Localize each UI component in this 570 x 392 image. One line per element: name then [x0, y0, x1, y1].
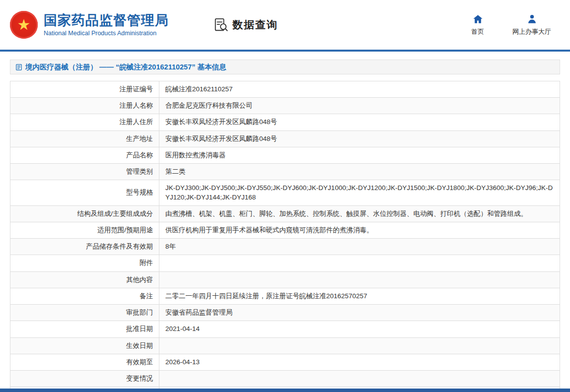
- person-icon: [527, 14, 537, 27]
- row-value: 供医疗机构用于重复用手术器械和硬式内窥镜可清洗部件的煮沸消毒。: [159, 222, 560, 238]
- row-label: 生产地址: [10, 131, 159, 147]
- footer-bar: [0, 389, 570, 392]
- row-label: 管理类别: [10, 164, 159, 180]
- row-value: 安徽省药品监督管理局: [159, 305, 560, 321]
- row-value: 安徽长丰双凤经济开发区凤麟路048号: [159, 114, 560, 131]
- row-label: 注册人名称: [10, 98, 159, 114]
- row-label: 注册证编号: [10, 81, 159, 98]
- table-row: 注册人住所安徽长丰双凤经济开发区凤麟路048号: [10, 114, 560, 131]
- row-label: 结构及组成/主要组成成分: [10, 205, 159, 222]
- row-label: 变更情况: [10, 370, 159, 387]
- emblem-star-glyph: ★: [17, 17, 31, 32]
- row-value: 皖械注准20162110257: [159, 81, 560, 98]
- row-value: 二零二一年四月十四日延续注册，原注册证号皖械注准20162570257: [159, 288, 560, 304]
- row-value: 8年: [159, 239, 560, 255]
- table-row: 生产地址安徽长丰双凤经济开发区凤麟路048号: [10, 131, 560, 147]
- page-title: 境内医疗器械（注册） —— “皖械注准20162110257” 基本信息: [25, 63, 226, 72]
- row-value: [159, 255, 560, 271]
- table-row: 附件: [10, 255, 560, 271]
- table-row: 适用范围/预期用途供医疗机构用于重复用手术器械和硬式内窥镜可清洗部件的煮沸消毒。: [10, 222, 560, 238]
- table-row: 管理类别第二类: [10, 164, 560, 180]
- data-query-label: 数据查询: [232, 18, 278, 32]
- row-label: 产品储存条件及有效期: [10, 239, 159, 255]
- registration-info-table: 注册证编号皖械注准20162110257注册人名称合肥金尼克医疗科技有限公司注册…: [10, 81, 560, 392]
- row-label: 产品名称: [10, 147, 159, 163]
- table-row: 注册人名称合肥金尼克医疗科技有限公司: [10, 98, 560, 114]
- logo-text: 国家药品监督管理局 National Medical Products Admi…: [44, 13, 169, 37]
- info-table-body: 注册证编号皖械注准20162110257注册人名称合肥金尼克医疗科技有限公司注册…: [10, 81, 560, 392]
- breadcrumb: 境内医疗器械（注册） —— “皖械注准20162110257” 基本信息: [10, 60, 560, 74]
- row-value: [159, 370, 560, 387]
- table-row: 结构及组成/主要组成成分由煮沸槽、机架、机盖、柜门、脚轮、加热系统、控制系统、触…: [10, 205, 560, 222]
- data-query-section[interactable]: 数据查询: [214, 17, 278, 32]
- table-row: 备注二零二一年四月十四日延续注册，原注册证号皖械注准20162570257: [10, 288, 560, 304]
- table-row: 产品储存条件及有效期8年: [10, 239, 560, 255]
- row-label: 注册人住所: [10, 114, 159, 131]
- row-label: 审批部门: [10, 305, 159, 321]
- table-row: 变更情况: [10, 370, 560, 387]
- row-label: 其他内容: [10, 271, 159, 288]
- row-value: 第二类: [159, 164, 560, 180]
- row-value: 医用数控煮沸消毒器: [159, 147, 560, 163]
- national-emblem-icon: ★: [10, 11, 38, 39]
- table-row: 产品名称医用数控煮沸消毒器: [10, 147, 560, 163]
- row-value: JK-DYJ300;JK-DYJ500;JK-DYJ550;JK-DYJ600;…: [159, 180, 560, 205]
- row-label: 有效期至: [10, 354, 159, 370]
- row-label: 附件: [10, 255, 159, 271]
- row-label: 备注: [10, 288, 159, 304]
- site-title: 国家药品监督管理局: [44, 13, 169, 28]
- nav-service-hall-label: 网上办事大厅: [512, 27, 551, 36]
- nmpa-logo[interactable]: ★ 国家药品监督管理局 National Medical Products Ad…: [10, 11, 169, 39]
- top-nav: 首页 网上办事大厅: [466, 14, 551, 36]
- nav-item-home[interactable]: 首页: [466, 14, 490, 36]
- row-label: 生效日期: [10, 337, 159, 354]
- row-value: 合肥金尼克医疗科技有限公司: [159, 98, 560, 114]
- data-query-icon: [214, 17, 228, 32]
- row-value: [159, 337, 560, 354]
- row-label: 批准日期: [10, 321, 159, 337]
- row-label: 适用范围/预期用途: [10, 222, 159, 238]
- table-row: 其他内容: [10, 271, 560, 288]
- table-row: 注册证编号皖械注准20162110257: [10, 81, 560, 98]
- row-label: 型号规格: [10, 180, 159, 205]
- row-value: 由煮沸槽、机架、机盖、柜门、脚轮、加热系统、控制系统、触摸屏、水位控制器、电动阀…: [159, 205, 560, 222]
- site-subtitle: National Medical Products Administration: [44, 30, 169, 37]
- table-row: 型号规格JK-DYJ300;JK-DYJ500;JK-DYJ550;JK-DYJ…: [10, 180, 560, 205]
- table-row: 有效期至2026-04-13: [10, 354, 560, 370]
- table-row: 审批部门安徽省药品监督管理局: [10, 305, 560, 321]
- main-content: 境内医疗器械（注册） —— “皖械注准20162110257” 基本信息 注册证…: [0, 52, 570, 392]
- home-icon: [473, 14, 483, 27]
- row-value: 安徽长丰双凤经济开发区凤麟路048号: [159, 131, 560, 147]
- document-icon: [15, 64, 25, 71]
- table-row: 批准日期2021-04-14: [10, 321, 560, 337]
- row-value: [159, 271, 560, 288]
- table-row: 生效日期: [10, 337, 560, 354]
- site-header: ★ 国家药品监督管理局 National Medical Products Ad…: [0, 0, 570, 50]
- row-value: 2021-04-14: [159, 321, 560, 337]
- nav-item-service-hall[interactable]: 网上办事大厅: [512, 14, 551, 36]
- nav-home-label: 首页: [471, 27, 484, 36]
- row-value: 2026-04-13: [159, 354, 560, 370]
